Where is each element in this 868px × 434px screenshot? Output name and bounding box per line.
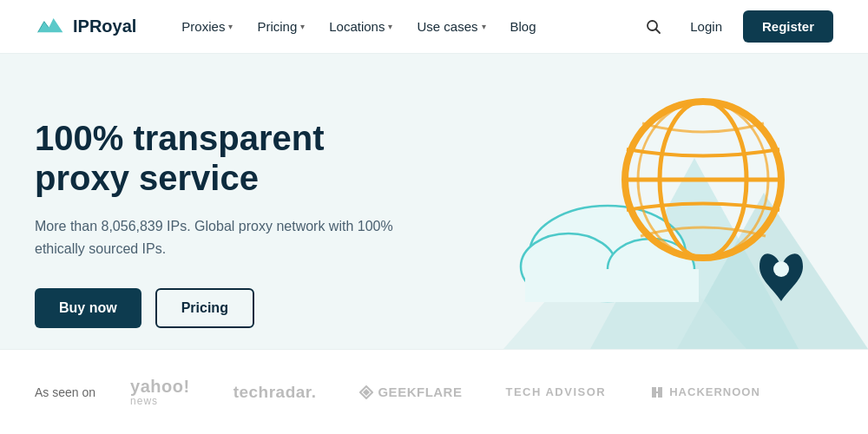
- nav-item-proxies[interactable]: Proxies ▾: [171, 12, 243, 41]
- navbar: IPRoyal Proxies ▾ Pricing ▾ Locations ▾ …: [0, 0, 868, 54]
- hero-illustration: [417, 54, 868, 349]
- as-seen-label: As seen on: [35, 385, 95, 399]
- svg-line-1: [656, 29, 661, 33]
- nav-item-use-cases[interactable]: Use cases ▾: [406, 12, 496, 41]
- chevron-down-icon: ▾: [482, 22, 486, 31]
- geekflare-logo: GEEKFLARE: [359, 385, 462, 399]
- chevron-down-icon: ▾: [228, 22, 233, 31]
- logo-link[interactable]: IPRoyal: [35, 15, 136, 39]
- techadvisor-logo: TECH ADVISOR: [505, 385, 606, 398]
- svg-rect-5: [525, 269, 699, 302]
- search-icon: [646, 19, 661, 35]
- chevron-down-icon: ▾: [300, 22, 305, 31]
- nav-links: Proxies ▾ Pricing ▾ Locations ▾ Use case…: [171, 12, 638, 41]
- nav-item-blog[interactable]: Blog: [500, 12, 547, 41]
- hero-subtitle: More than 8,056,839 IPs. Global proxy ne…: [35, 215, 425, 260]
- yahoo-logo: yahoo! news: [130, 377, 190, 407]
- hackernoon-logo: HACKERNOON: [649, 385, 760, 400]
- nav-item-pricing[interactable]: Pricing ▾: [247, 12, 315, 41]
- pricing-button[interactable]: Pricing: [155, 288, 254, 328]
- logo-icon: [35, 15, 66, 39]
- illustration-svg: [417, 54, 868, 349]
- hero-title: 100% transparent proxy service: [35, 118, 425, 198]
- buy-now-button[interactable]: Buy now: [35, 288, 141, 328]
- hero-section: 100% transparent proxy service More than…: [0, 54, 868, 349]
- chevron-down-icon: ▾: [388, 22, 392, 31]
- nav-right: Login Register: [638, 10, 833, 43]
- search-button[interactable]: [638, 11, 669, 43]
- techradar-logo: techradar.: [233, 383, 317, 402]
- hackernoon-icon: [649, 385, 665, 400]
- login-button[interactable]: Login: [680, 12, 733, 41]
- register-button[interactable]: Register: [743, 10, 833, 43]
- as-seen-on-section: As seen on yahoo! news techradar. GEEKFL…: [0, 349, 868, 434]
- nav-item-locations[interactable]: Locations ▾: [319, 12, 403, 41]
- brand-logos: yahoo! news techradar. GEEKFLARE TECH AD…: [130, 377, 833, 407]
- hero-buttons: Buy now Pricing: [35, 288, 425, 328]
- svg-rect-15: [652, 391, 662, 393]
- svg-point-10: [773, 261, 789, 277]
- logo-text: IPRoyal: [73, 16, 136, 36]
- hero-content: 100% transparent proxy service More than…: [35, 118, 425, 327]
- geekflare-icon: [359, 385, 373, 399]
